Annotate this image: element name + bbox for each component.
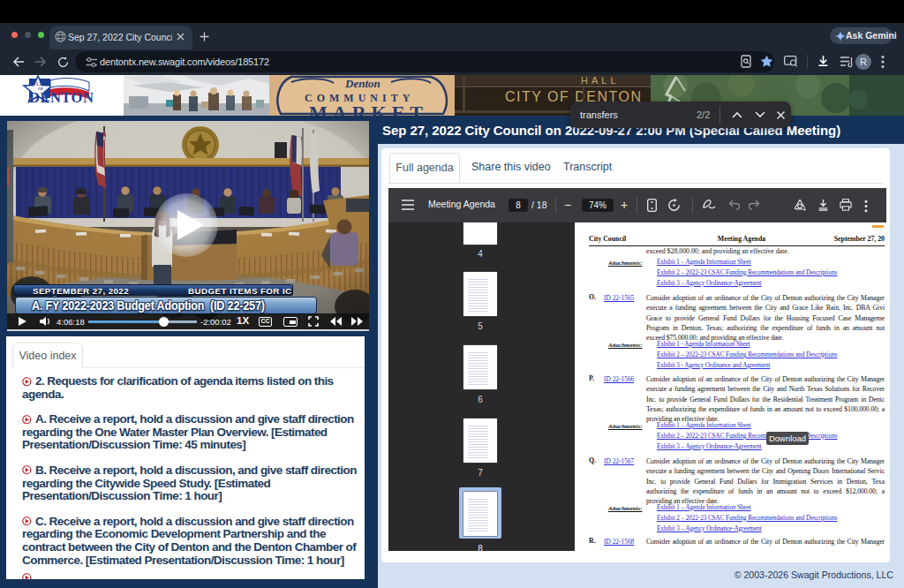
- svg-text:MARKET: MARKET: [309, 102, 428, 116]
- svg-text:DENTON: DENTON: [29, 89, 94, 106]
- svg-text:HALL: HALL: [581, 75, 620, 86]
- svg-text:Denton: Denton: [344, 77, 380, 90]
